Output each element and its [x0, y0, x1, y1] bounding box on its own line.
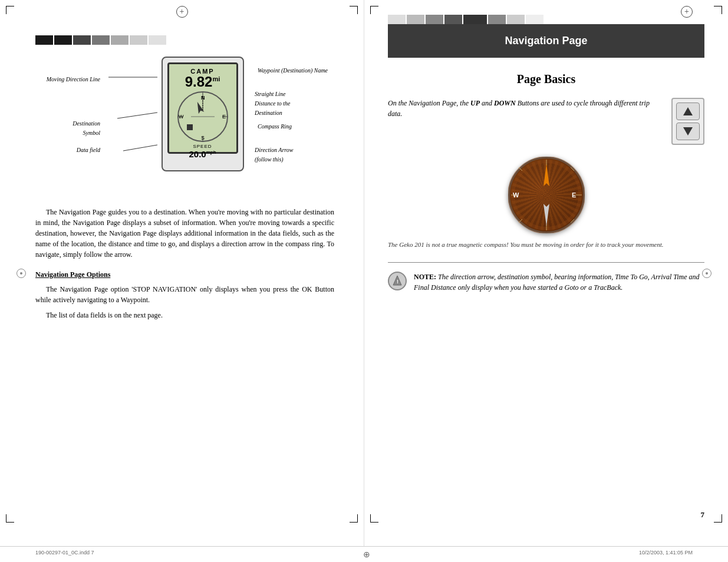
down-button-display: [676, 123, 700, 140]
reg-mark-br: [350, 514, 358, 523]
note-text: NOTE: The direction arrow, destination s…: [414, 272, 704, 293]
nav-page-options-section: Navigation Page Options The Navigation P…: [35, 270, 334, 320]
device-container: Moving Direction Line DestinationSymbol …: [35, 57, 334, 198]
label-lines-data: [106, 139, 164, 157]
label-moving-direction: Moving Direction Line: [35, 74, 100, 84]
gps-device-illustration: CAMP 9.82mi: [159, 57, 247, 174]
svg-text:W: W: [513, 191, 519, 199]
nav-options-heading: Navigation Page Options: [35, 270, 334, 279]
note-box: ! NOTE: The direction arrow, destination…: [388, 272, 704, 293]
rbar-1: [388, 15, 406, 24]
compass-ticks-svg: E W: [508, 157, 585, 233]
footer-left-text: 190-00297-01_0C.indd 7: [35, 550, 94, 559]
gradient-bar-left: [35, 35, 334, 45]
svg-marker-25: [543, 164, 549, 186]
nav-options-text-2: The list of data fields is on the next p…: [35, 310, 334, 320]
bar-seg-5: [111, 35, 129, 45]
compass-caption: The Geko 201 is not a true magnetic comp…: [388, 240, 704, 249]
label-waypoint-name: Waypoint (Destination) Name: [258, 65, 334, 75]
right-page: Navigation Page Page Basics On the Navig…: [364, 0, 728, 546]
reg-mark-br-right: [714, 514, 722, 523]
right-header-bar: Navigation Page: [388, 24, 704, 58]
label-direction-arrow: Direction Arrow(follow this): [255, 145, 331, 164]
label-destination-symbol: DestinationSymbol: [41, 118, 100, 137]
bar-seg-6: [130, 35, 147, 45]
speed-value-display: 20.0mph: [189, 149, 216, 159]
page-basics-content: On the Navigation Page, the UP and DOWN …: [388, 98, 704, 145]
up-down-button-display: [671, 98, 704, 145]
bar-seg-2: [54, 35, 72, 45]
label-lines-dest: [100, 104, 164, 127]
compass-ring-display: N S E W: [176, 90, 229, 143]
crosshair-top-left: [176, 6, 188, 18]
rbar-7: [507, 15, 525, 24]
reg-mark-tl: [6, 6, 14, 14]
circle-marker-right: [702, 269, 711, 278]
bar-seg-4: [92, 35, 110, 45]
footer-bar: 190-00297-01_0C.indd 7 ⊕ 10/2/2003, 1:41…: [0, 546, 728, 562]
bar-seg-7: [149, 35, 166, 45]
label-lines-left-top: [94, 57, 164, 104]
up-button-display: [676, 103, 700, 120]
label-data-field: Data field: [47, 145, 100, 154]
basics-description-text: On the Navigation Page, the UP and DOWN …: [388, 98, 663, 145]
rbar-5: [463, 15, 487, 24]
note-icon: !: [388, 272, 407, 290]
svg-line-15: [123, 145, 157, 151]
reg-mark-tr: [350, 6, 358, 14]
nav-page-body-text: The Navigation Page guides you to a dest…: [35, 207, 334, 260]
down-arrow-icon: [683, 127, 693, 135]
svg-rect-11: [187, 124, 193, 130]
rbar-3: [426, 15, 443, 24]
reg-mark-bl: [6, 514, 14, 523]
reg-mark-tl-right: [370, 6, 378, 14]
footer-right-text: 10/2/2003, 1:41:05 PM: [639, 550, 693, 559]
bar-seg-3: [73, 35, 91, 45]
svg-marker-26: [543, 204, 549, 226]
label-compass-ring: Compass Ring: [258, 121, 334, 131]
page-number-right: 7: [388, 504, 704, 523]
reg-mark-bl-right: [370, 514, 378, 523]
compass-large-display: E W: [508, 157, 585, 233]
circle-marker-left: [17, 269, 26, 278]
rbar-6: [488, 15, 506, 24]
svg-text:W: W: [179, 114, 184, 120]
crosshair-top-right: [681, 6, 693, 18]
svg-text:E: E: [572, 191, 576, 199]
page-basics-heading: Page Basics: [388, 72, 704, 86]
svg-text:S: S: [201, 135, 205, 141]
up-arrow-icon: [683, 107, 693, 115]
compass-image-container: E W: [388, 157, 704, 233]
svg-text:!: !: [397, 279, 398, 285]
speed-label-display: SPEED: [193, 144, 212, 149]
bar-seg-1: [35, 35, 53, 45]
reg-mark-tr-right: [714, 6, 722, 14]
left-page: Moving Direction Line DestinationSymbol …: [0, 0, 364, 546]
svg-line-14: [117, 113, 157, 118]
label-straight-line: Straight LineDistance to theDestination: [255, 89, 331, 117]
footer-center-crosshair: ⊕: [363, 550, 370, 559]
nav-options-text-1: The Navigation Page option 'STOP NAVIGAT…: [35, 284, 334, 305]
svg-text:E: E: [222, 114, 226, 120]
gradient-bar-right: [388, 15, 704, 24]
gps-screen: CAMP 9.82mi: [167, 62, 238, 154]
rbar-8: [526, 15, 543, 24]
divider-line: [388, 262, 704, 263]
rbar-2: [407, 15, 424, 24]
rbar-4: [444, 15, 462, 24]
distance-display: 9.82mi: [185, 75, 220, 89]
